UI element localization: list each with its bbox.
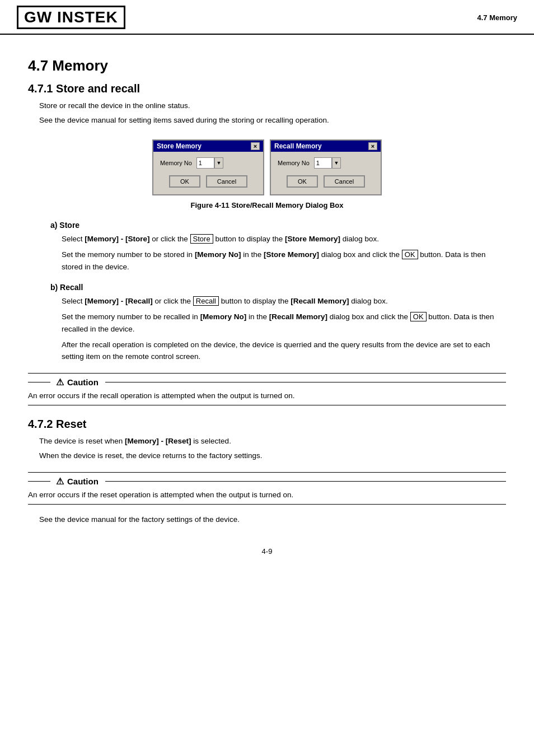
intro-line2: See the device manual for setting items … bbox=[39, 114, 506, 127]
caution-box-2: ⚠ Caution An error occurs if the reset o… bbox=[28, 472, 506, 505]
caution-box-1: ⚠ Caution An error occurs if the recall … bbox=[28, 373, 506, 406]
store-dialog-titlebar: Store Memory × bbox=[153, 141, 263, 152]
section-471-title: 4.7.1 Store and recall bbox=[28, 82, 506, 95]
caution-header-1: ⚠ Caution bbox=[28, 377, 506, 388]
caution-text-2: An error occurs if the reset operation i… bbox=[28, 489, 506, 501]
sub-a-para2-mid2: dialog box and click the bbox=[319, 250, 402, 259]
reset-para2: When the device is reset, the device ret… bbox=[39, 450, 506, 462]
page-content: 4.7 Memory 4.7.1 Store and recall Store … bbox=[0, 35, 534, 572]
recall-dialog-body: Memory No ▼ OK Cancel bbox=[271, 152, 381, 194]
sub-b-para2: Set the memory number to be recalled in … bbox=[62, 311, 506, 335]
recall-memory-no-label: Memory No bbox=[278, 160, 310, 166]
recall-cancel-button[interactable]: Cancel bbox=[324, 175, 365, 188]
reset-para1-bold: [Memory] - [Reset] bbox=[125, 437, 191, 445]
recall-ok-button[interactable]: OK bbox=[287, 175, 318, 188]
sub-a-para1-end: dialog box. bbox=[340, 235, 379, 243]
recall-dialog-titlebar: Recall Memory × bbox=[271, 141, 381, 152]
intro-line1: Store or recall the device in the online… bbox=[39, 100, 506, 112]
sub-b-para2-bold1: [Memory No] bbox=[200, 312, 247, 321]
sub-a-para1-mid1: or click the bbox=[150, 235, 190, 243]
reset-para1: The device is reset when [Memory] - [Res… bbox=[39, 435, 506, 447]
store-dialog-body: Memory No ▼ OK Cancel bbox=[153, 152, 263, 194]
sub-b-label: b) Recall bbox=[50, 283, 506, 292]
sub-b-para3: After the recall operation is completed … bbox=[62, 339, 506, 363]
sub-a-para2-start: Set the memory number to be stored in bbox=[62, 250, 195, 259]
caution-line-right-1 bbox=[105, 382, 506, 382]
sub-b-para1-bold1: [Memory] - [Recall] bbox=[85, 297, 153, 305]
sub-a-para2-mid1: in the bbox=[241, 250, 264, 259]
recall-memory-dialog: Recall Memory × Memory No ▼ OK Cancel bbox=[270, 139, 382, 195]
figure-caption: Figure 4-11 Store/Recall Memory Dialog B… bbox=[28, 201, 506, 209]
store-memory-dialog: Store Memory × Memory No ▼ OK Cancel bbox=[152, 139, 264, 195]
recall-btn-row: OK Cancel bbox=[278, 175, 374, 188]
section-472: 4.7.2 Reset The device is reset when [Me… bbox=[28, 418, 506, 525]
caution-line-right-2 bbox=[105, 481, 506, 482]
caution-triangle-icon-2: ⚠ bbox=[56, 476, 64, 487]
sub-b-para2-bold2: [Recall Memory] bbox=[269, 312, 327, 321]
reset-para1-end: is selected. bbox=[191, 437, 231, 445]
header-section-label: 4.7 Memory bbox=[477, 13, 517, 22]
caution-word-1: Caution bbox=[67, 377, 99, 387]
page-header: GW INSTEK 4.7 Memory bbox=[0, 0, 534, 35]
sub-a-para2: Set the memory number to be stored in [M… bbox=[62, 249, 506, 273]
dialogs-container: Store Memory × Memory No ▼ OK Cancel bbox=[28, 139, 506, 195]
sub-a-para1-start: Select bbox=[62, 235, 85, 243]
store-ok-button[interactable]: OK bbox=[169, 175, 200, 188]
recall-memory-no-input[interactable] bbox=[314, 157, 332, 169]
caution-word-2: Caution bbox=[67, 477, 99, 486]
sub-b-para1-bold2: [Recall Memory] bbox=[291, 297, 349, 305]
logo: GW INSTEK bbox=[17, 6, 125, 29]
sub-b-para1-mid2: button to display the bbox=[219, 297, 291, 305]
caution-text-1: An error occurs if the recall operation … bbox=[28, 390, 506, 402]
store-memory-no-label: Memory No bbox=[160, 160, 192, 166]
caution-line-left-2 bbox=[28, 481, 50, 482]
recall-dropdown-btn[interactable]: ▼ bbox=[332, 157, 341, 169]
sub-a-para2-bold2: [Store Memory] bbox=[264, 250, 319, 259]
sub-a-store-btn-ref: Store bbox=[190, 234, 213, 244]
store-cancel-button[interactable]: Cancel bbox=[206, 175, 247, 188]
sub-b-ok-btn-ref: OK bbox=[410, 312, 427, 321]
page-number: 4-9 bbox=[262, 547, 273, 556]
reset-para1-start: The device is reset when bbox=[39, 437, 125, 445]
sub-b-para2-mid2: dialog box and click the bbox=[327, 312, 410, 321]
note-text: See the device manual for the factory se… bbox=[39, 514, 506, 526]
caution-triangle-icon-1: ⚠ bbox=[56, 377, 64, 388]
sub-a-ok-btn-ref: OK bbox=[402, 250, 418, 259]
sub-a-para1: Select [Memory] - [Store] or click the S… bbox=[62, 233, 506, 245]
sub-a-para2-bold1: [Memory No] bbox=[195, 250, 241, 259]
sub-b-para1-end: dialog box. bbox=[349, 297, 388, 305]
sub-a-para1-bold2: [Store Memory] bbox=[285, 235, 340, 243]
sub-b-recall-btn-ref: Recall bbox=[193, 296, 219, 306]
page-footer: 4-9 bbox=[28, 543, 506, 556]
caution-line-left-1 bbox=[28, 382, 50, 382]
sub-a-para1-bold1: [Memory] - [Store] bbox=[85, 235, 149, 243]
store-field-row: Memory No ▼ bbox=[160, 157, 256, 169]
sub-b-para1-start: Select bbox=[62, 297, 85, 305]
sub-b-para2-mid1: in the bbox=[246, 312, 269, 321]
recall-field-row: Memory No ▼ bbox=[278, 157, 374, 169]
section-47-title: 4.7 Memory bbox=[28, 57, 506, 74]
recall-dialog-title: Recall Memory bbox=[274, 142, 322, 150]
store-dropdown-btn[interactable]: ▼ bbox=[214, 157, 223, 169]
sub-a-label: a) Store bbox=[50, 221, 506, 230]
sub-b-para1-mid1: or click the bbox=[153, 297, 193, 305]
sub-a-para1-mid2: button to display the bbox=[213, 235, 285, 243]
section-472-title: 4.7.2 Reset bbox=[28, 418, 506, 431]
recall-dialog-close[interactable]: × bbox=[368, 142, 377, 150]
caution-header-2: ⚠ Caution bbox=[28, 476, 506, 487]
store-btn-row: OK Cancel bbox=[160, 175, 256, 188]
store-memory-no-input[interactable] bbox=[196, 157, 214, 169]
store-dialog-title: Store Memory bbox=[157, 142, 202, 150]
sub-b-para1: Select [Memory] - [Recall] or click the … bbox=[62, 295, 506, 307]
sub-b-para2-start: Set the memory number to be recalled in bbox=[62, 312, 200, 321]
store-dialog-close[interactable]: × bbox=[251, 142, 260, 150]
